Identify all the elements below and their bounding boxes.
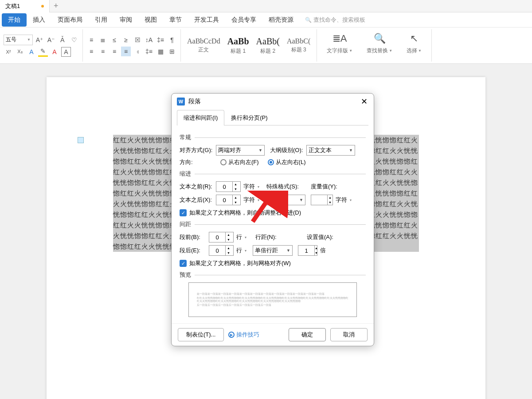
menu-references[interactable]: 引用 [89,13,113,27]
spin-up-icon[interactable]: ▲ [328,195,332,200]
chevron-down-icon: ▼ [286,248,290,253]
spin-down-icon[interactable]: ▼ [226,237,231,242]
sort-icon[interactable]: ☒ [133,35,142,45]
tabstops-button[interactable]: 制表位(T)... [178,328,224,341]
highlight-icon[interactable]: ✎ [38,47,48,57]
after-input[interactable] [209,247,225,254]
menu-resources[interactable]: 稻壳资源 [262,13,300,27]
cancel-button[interactable]: 取消 [330,328,368,341]
style-h1[interactable]: AaBb 标题 1 [225,35,252,56]
set-value-spinner[interactable]: ▲▼ [298,245,317,256]
shading-icon[interactable]: ▦ [156,47,165,56]
find-replace-button[interactable]: 🔍 查找替换▼ [360,30,399,61]
menu-review[interactable]: 审阅 [113,13,138,27]
set-value-input[interactable] [298,247,314,254]
outline-select[interactable]: 正文文本▼ [306,145,355,156]
menu-pagelayout[interactable]: 页面布局 [51,13,89,27]
spin-up-icon[interactable]: ▲ [226,246,231,250]
menu-view[interactable]: 视图 [138,13,163,27]
close-button[interactable]: ✕ [360,97,368,106]
menu-insert[interactable]: 插入 [27,13,51,27]
special-format-select[interactable]: (无)▼ [266,195,305,205]
spin-up-icon[interactable]: ▲ [233,182,239,187]
line-spacing-label: 行距(N): [255,233,289,241]
section-indent: 缩进 [180,170,366,178]
subscript-icon[interactable]: X₂ [15,47,25,57]
grow-font-icon[interactable]: A⁺ [35,35,44,45]
char-border-icon[interactable]: A [61,47,71,57]
direction-rtl-radio[interactable]: 从右向左(F) [220,158,259,166]
select-button[interactable]: ↖ 选择▼ [400,30,428,61]
show-marks-icon[interactable]: ¶ [167,35,177,45]
text-before-label: 文本之前(R): [180,183,213,191]
menu-start[interactable]: 开始 [2,13,27,27]
text-after-input[interactable] [216,197,232,203]
spin-down-icon[interactable]: ▼ [328,200,332,205]
menu-devtools[interactable]: 开发工具 [188,13,225,27]
text-direction-icon[interactable]: ↕A [144,35,154,45]
tab-indent-spacing[interactable]: 缩进和间距(I) [177,110,224,125]
change-case-icon[interactable]: Ǎ [58,35,67,45]
spacing-icon[interactable]: ‡≡ [144,47,154,56]
align-justify-icon[interactable]: ≡ [121,47,131,56]
spin-up-icon[interactable]: ▲ [226,232,231,237]
spin-down-icon[interactable]: ▼ [233,187,239,192]
section-preview: 预览 [180,271,366,279]
increase-indent-icon[interactable]: ≥ [121,35,131,45]
align-right-icon[interactable]: ≡ [110,47,119,56]
styles-group: AaBbCcDd 正文 AaBb 标题 1 AaBb( 标题 2 AaBbC( … [181,29,317,62]
spin-down-icon[interactable]: ▼ [226,250,231,255]
dialog-body: 常规 对齐方式(G): 两端对齐▼ 大纲级别(O): 正文文本▼ 方向: 从右向… [172,125,374,323]
spin-up-icon[interactable]: ▲ [233,195,239,200]
alignment-select[interactable]: 两端对齐▼ [216,145,265,156]
spacing-unit: 行 [236,233,242,241]
tips-link[interactable]: ▶ 操作技巧 [228,331,259,339]
clear-format-icon[interactable]: ♡ [69,35,79,45]
metric-label: 度量值(Y): [311,183,344,191]
superscript-icon[interactable]: X² [4,47,13,57]
font-group: 五号▼ A⁺ A⁻ Ǎ ♡ X² X₂ A ✎ A A [0,29,83,62]
ok-button[interactable]: 确定 [289,328,326,341]
align-center-icon[interactable]: ≡ [98,47,108,56]
style-h3[interactable]: AaBbC( 标题 3 [284,36,313,55]
align-left-icon[interactable]: ≡ [86,47,96,56]
dialog-title: 段落 [188,98,356,106]
document-tab[interactable]: 文稿1 [0,0,50,12]
numbering-icon[interactable]: ≣ [98,35,108,45]
metric-spinner[interactable]: ▲▼ [311,195,333,205]
style-body[interactable]: AaBbCcDd 正文 [184,36,223,55]
text-before-spinner[interactable]: ▲▼ [216,181,241,192]
snap-to-grid-checkbox[interactable]: ✓ 如果定义了文档网格，则与网格对齐(W) [180,259,366,267]
cursor-icon: ↖ [410,33,418,44]
auto-adjust-indent-checkbox[interactable]: ✓ 如果定义了文档网格，则自动调整右缩进(D) [180,209,366,217]
line-spacing-select[interactable]: 单倍行距▼ [253,245,293,256]
direction-ltr-radio[interactable]: 从左向右(L) [268,158,306,166]
spin-down-icon[interactable]: ▼ [233,200,239,205]
search-icon: 🔍 [374,33,386,44]
decrease-indent-icon[interactable]: ≤ [110,35,119,45]
before-input[interactable] [209,234,225,241]
distribute-icon[interactable]: ⫞ [133,47,142,56]
menu-sections[interactable]: 章节 [163,13,188,27]
font-red-icon[interactable]: A [50,47,59,57]
spin-down-icon[interactable]: ▼ [315,250,318,255]
text-before-input[interactable] [216,184,232,190]
bullets-icon[interactable]: ≡ [86,35,96,45]
tab-line-page-breaks[interactable]: 换行和分页(P) [224,110,274,125]
style-h2[interactable]: AaBb( 标题 2 [254,35,282,56]
command-search[interactable]: 查找命令、搜索模板 [305,16,365,24]
text-layout-button[interactable]: ≣A 文字排版▼ [321,30,359,61]
menu-member[interactable]: 会员专享 [225,13,262,27]
text-after-spinner[interactable]: ▲▼ [216,195,241,205]
spin-up-icon[interactable]: ▲ [315,246,318,250]
after-spinner[interactable]: ▲▼ [209,245,234,256]
font-color-icon[interactable]: A [27,47,36,57]
metric-input[interactable] [311,197,327,203]
search-placeholder: 查找命令、搜索模板 [313,16,365,24]
before-spinner[interactable]: ▲▼ [209,232,234,243]
borders-icon[interactable]: ⊞ [167,47,177,56]
font-size-select[interactable]: 五号▼ [4,35,33,45]
shrink-font-icon[interactable]: A⁻ [46,35,56,45]
new-tab-button[interactable]: + [50,0,62,12]
line-spacing-icon[interactable]: ‡≡ [156,35,165,45]
